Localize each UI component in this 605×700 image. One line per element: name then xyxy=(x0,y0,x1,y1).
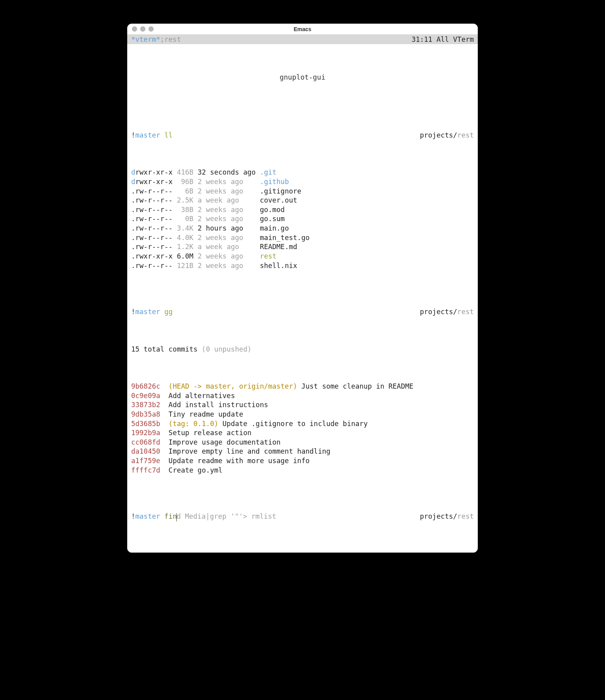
terminal-body[interactable]: gnuplot-gui !master llprojects/rest drwx… xyxy=(127,44,478,553)
commit-row: 33873b2 Add install instructions xyxy=(131,400,474,410)
file-row: .rw-r--r-- 0B 2 weeks ago go.sum xyxy=(131,214,474,224)
buffer-name: *vterm* xyxy=(131,35,160,43)
commit-row: 1992b9a Setup release action xyxy=(131,428,474,438)
prompt-gg: !master ggprojects/rest xyxy=(131,307,474,317)
modeline-position: 31:11 All VTerm xyxy=(412,35,474,43)
file-row: .rw-r--r-- 3.4K 2 hours ago main.go xyxy=(131,224,474,233)
commit-list: 9b6826c (HEAD -> master, origin/master) … xyxy=(131,382,474,475)
page-title: gnuplot-gui xyxy=(131,66,474,92)
command: gg xyxy=(164,308,173,316)
file-row: .rw-r--r-- 6B 2 weeks ago .gitignore xyxy=(131,187,474,196)
cursor xyxy=(176,513,177,521)
path-prefix: projects/ xyxy=(420,308,457,316)
path-prefix: projects/ xyxy=(420,131,457,139)
commit-row: ffffc7d Create go.yml xyxy=(131,466,474,475)
zoom-button[interactable] xyxy=(148,26,154,32)
prompt-ll: !master llprojects/rest xyxy=(131,131,474,140)
commit-row: a1f759e Update readme with more usage in… xyxy=(131,456,474,466)
commit-row: 9db35a8 Tiny readme update xyxy=(131,410,474,419)
prompt-bang: ! xyxy=(131,131,135,139)
file-row: drwxr-xr-x 96B 2 weeks ago .github xyxy=(131,177,474,187)
commit-row: 5d3685b (tag: 0.1.0) Update .gitignore t… xyxy=(131,419,474,429)
commits-unpushed: (0 unpushed) xyxy=(198,345,252,353)
file-row: .rw-r--r-- 38B 2 weeks ago go.mod xyxy=(131,205,474,215)
branch-name: master xyxy=(135,131,160,139)
path-current: rest xyxy=(457,308,474,316)
traffic-lights xyxy=(132,26,154,32)
branch-name: master xyxy=(135,308,160,316)
window-title: Emacs xyxy=(293,26,311,32)
modeline: *vterm* ;rest 31:11 All VTerm xyxy=(127,35,478,44)
commits-header: 15 total commits (0 unpushed) xyxy=(131,345,474,354)
close-button[interactable] xyxy=(132,26,137,32)
autosuggest: d Media|grep '"'> rmlist xyxy=(176,512,276,520)
commit-row: 0c9e09a Add alternatives xyxy=(131,391,474,401)
typed-command: fin xyxy=(164,512,177,520)
commit-row: 9b6826c (HEAD -> master, origin/master) … xyxy=(131,382,474,391)
emacs-window: Emacs *vterm* ;rest 31:11 All VTerm gnup… xyxy=(127,24,478,553)
path-prefix: projects/ xyxy=(420,512,457,520)
path-current: rest xyxy=(457,512,474,520)
file-listing: drwxr-xr-x 416B 32 seconds ago .gitdrwxr… xyxy=(131,168,474,270)
prompt-bang: ! xyxy=(131,512,135,520)
path-current: rest xyxy=(457,131,474,139)
window-titlebar: Emacs xyxy=(127,24,478,35)
modeline-left: *vterm* ;rest xyxy=(131,35,181,43)
minimize-button[interactable] xyxy=(140,26,145,32)
commit-row: cc068fd Improve usage documentation xyxy=(131,438,474,447)
branch-name: master xyxy=(135,512,160,520)
prompt-find[interactable]: !master find Media|grep '"'> rmlistproje… xyxy=(131,512,474,521)
file-row: .rwxr-xr-x 6.0M 2 weeks ago rest xyxy=(131,252,474,261)
file-row: drwxr-xr-x 416B 32 seconds ago .git xyxy=(131,168,474,177)
commits-total: 15 total commits xyxy=(131,345,198,353)
commit-row: da10450 Improve empty line and comment h… xyxy=(131,447,474,456)
file-row: .rw-r--r-- 2.5K a week ago cover.out xyxy=(131,196,474,205)
modeline-suffix: ;rest xyxy=(160,35,181,43)
file-row: .rw-r--r-- 1.2K a week ago README.md xyxy=(131,242,474,252)
prompt-bang: ! xyxy=(131,308,135,316)
file-row: .rw-r--r-- 121B 2 weeks ago shell.nix xyxy=(131,261,474,271)
command: ll xyxy=(164,131,173,139)
file-row: .rw-r--r-- 4.0K 2 weeks ago main_test.go xyxy=(131,233,474,243)
